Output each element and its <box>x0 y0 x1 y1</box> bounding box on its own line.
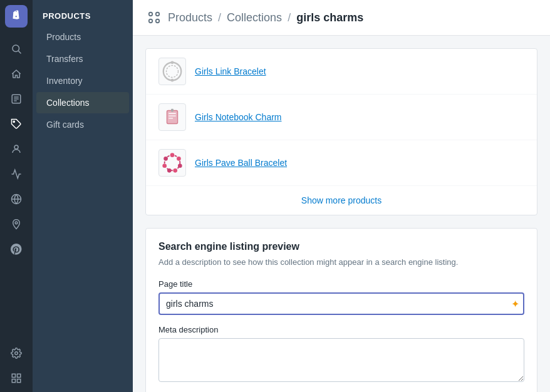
breadcrumb: Products / Collections / girls charms <box>168 11 363 24</box>
svg-point-17 <box>156 13 160 16</box>
main-content: Products / Collections / girls charms <box>133 0 550 392</box>
svg-point-33 <box>173 168 177 173</box>
products-nav-icon[interactable] <box>5 113 28 135</box>
meta-description-label: Meta description <box>158 325 524 334</box>
svg-rect-28 <box>171 109 174 112</box>
search-nav-icon[interactable] <box>5 38 28 60</box>
svg-point-22 <box>171 61 174 64</box>
breadcrumb-sep-2: / <box>288 11 294 24</box>
product-name-0[interactable]: Girls Link Bracelet <box>195 66 266 76</box>
svg-point-35 <box>162 163 167 168</box>
product-name-2[interactable]: Girls Pave Ball Bracelet <box>195 158 287 168</box>
svg-rect-12 <box>12 374 15 377</box>
page-title-group: Page title ✦ <box>158 279 524 315</box>
breadcrumb-collections[interactable]: Collections <box>227 11 282 24</box>
seo-section-title: Search engine listing preview <box>158 241 524 252</box>
svg-point-0 <box>13 45 19 52</box>
svg-point-11 <box>15 352 18 355</box>
pinterest-nav-icon[interactable] <box>5 238 28 260</box>
shopify-logo[interactable] <box>5 5 28 28</box>
show-more-products-link[interactable]: Show more products <box>301 195 381 205</box>
svg-point-10 <box>15 222 18 224</box>
svg-point-6 <box>13 121 14 122</box>
breadcrumb-current: girls charms <box>296 11 363 24</box>
svg-rect-13 <box>18 374 21 377</box>
location-nav-icon[interactable] <box>5 213 28 235</box>
analytics-nav-icon[interactable] <box>5 163 28 185</box>
product-thumb-0 <box>158 58 186 85</box>
product-row: Girls Link Bracelet <box>146 49 537 95</box>
breadcrumb-sep-1: / <box>218 11 224 24</box>
settings-nav-icon[interactable] <box>5 342 28 364</box>
page-title-input[interactable] <box>158 292 524 315</box>
sidebar-item-transfers[interactable]: Transfers <box>36 48 129 70</box>
page-title-label: Page title <box>158 279 524 289</box>
customers-nav-icon[interactable] <box>5 138 28 160</box>
show-more-row: Show more products <box>146 186 537 215</box>
sidebar-item-gift-cards[interactable]: Gift cards <box>36 114 129 135</box>
svg-rect-24 <box>167 111 177 124</box>
marketing-nav-icon[interactable] <box>5 188 28 210</box>
svg-point-7 <box>14 145 18 149</box>
sidebar-item-inventory[interactable]: Inventory <box>36 70 129 91</box>
page-header: Products / Collections / girls charms <box>133 0 550 36</box>
page-title-input-wrapper: ✦ <box>158 292 524 315</box>
sidebar-item-products[interactable]: Products <box>36 26 129 48</box>
icon-rail <box>0 0 33 392</box>
svg-point-23 <box>171 79 174 82</box>
ai-magic-icon: ✦ <box>511 298 519 310</box>
collections-header-icon <box>145 9 163 26</box>
product-name-1[interactable]: Girls Notebook Charm <box>195 112 282 122</box>
meta-description-group: Meta description <box>158 325 524 384</box>
product-row-2: Girls Pave Ball Bracelet <box>146 140 537 186</box>
apps-nav-icon[interactable] <box>5 367 28 389</box>
svg-point-31 <box>177 157 181 161</box>
svg-point-30 <box>170 153 175 157</box>
svg-rect-15 <box>18 379 21 383</box>
svg-point-36 <box>163 157 168 161</box>
products-card: Girls Link Bracelet Girls Notebook Charm <box>145 48 537 215</box>
seo-description: Add a description to see how this collec… <box>158 257 524 267</box>
svg-point-19 <box>156 19 160 23</box>
page-content: Girls Link Bracelet Girls Notebook Charm <box>133 36 550 392</box>
product-row-1: Girls Notebook Charm <box>146 95 537 140</box>
meta-description-textarea[interactable] <box>158 338 524 382</box>
svg-point-16 <box>149 13 153 16</box>
breadcrumb-products[interactable]: Products <box>168 11 212 24</box>
orders-nav-icon[interactable] <box>5 88 28 110</box>
svg-point-21 <box>167 66 179 78</box>
svg-line-1 <box>18 51 21 53</box>
product-thumb-2 <box>158 149 186 177</box>
svg-point-34 <box>167 168 172 173</box>
home-nav-icon[interactable] <box>5 63 28 85</box>
sidebar-header: PRODUCTS <box>33 5 133 26</box>
sidebar: PRODUCTS Products Transfers Inventory Co… <box>33 0 133 392</box>
svg-point-32 <box>178 163 182 168</box>
product-thumb-1 <box>158 103 186 131</box>
svg-point-18 <box>149 19 153 23</box>
svg-rect-14 <box>12 379 15 383</box>
sidebar-item-collections[interactable]: Collections <box>36 92 129 113</box>
seo-card: Search engine listing preview Add a desc… <box>145 228 537 392</box>
